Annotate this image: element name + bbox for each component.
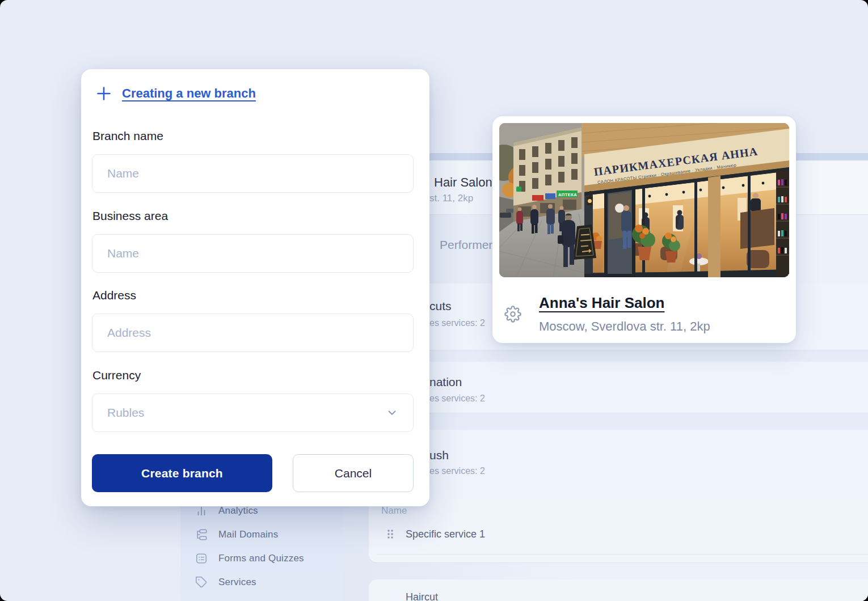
salon-address: Moscow, Sverdlova str. 11, 2kp [539, 319, 710, 334]
pharmacy-cross-sign [516, 187, 521, 192]
background-group-subtitle: es services: 2 [429, 393, 485, 404]
branch-name-input[interactable] [92, 154, 414, 193]
mail-domains-icon [195, 528, 208, 541]
salon-title-link[interactable]: Anna's Hair Salon [539, 294, 664, 312]
address-input[interactable] [92, 314, 414, 352]
table-row-service[interactable]: Specific service 1 [406, 528, 485, 540]
table-row-service: Haircut [406, 591, 438, 601]
sidebar-item-label: Forms and Quizzes [218, 553, 304, 564]
plus-icon [96, 86, 111, 101]
business-area-label: Business area [92, 209, 168, 223]
create-branch-button[interactable]: Create branch [92, 454, 272, 492]
salon-card: АПТЕКА [492, 116, 796, 343]
gear-icon[interactable] [504, 306, 521, 323]
background-group-title: ush [429, 448, 449, 462]
currency-select[interactable]: Rubles [92, 393, 414, 432]
background-performer-label: Performer [440, 238, 492, 252]
sidebar-item-label: Mail Domains [218, 529, 278, 540]
sidebar-item-mail-domains[interactable]: Mail Domains [180, 523, 343, 547]
business-area-input[interactable] [92, 234, 414, 273]
background-group-subtitle: es services: 2 [429, 466, 485, 476]
salon-product-shelf [776, 171, 789, 277]
create-branch-modal: Creating a new branch Branch name Busine… [81, 69, 429, 506]
background-services-table: Name Specific service 1 [369, 499, 868, 562]
background-branch-subtitle: st. 11, 2kp [429, 193, 473, 204]
bar-chart-icon [195, 505, 208, 517]
table-column-name: Name [381, 505, 407, 517]
drag-handle-icon[interactable] [386, 528, 394, 540]
app-screen: Hair Salon st. 11, 2kp Performer cuts es… [0, 0, 868, 601]
sidebar-item-forms-and-quizzes[interactable]: Forms and Quizzes [180, 547, 343, 570]
sidebar-item-services[interactable]: Services [180, 570, 343, 594]
background-group-subtitle: es services: 2 [429, 318, 485, 328]
currency-selected-value: Rubles [107, 406, 144, 420]
cancel-button[interactable]: Cancel [293, 454, 414, 492]
address-label: Address [92, 289, 136, 302]
currency-label: Currency [92, 369, 141, 382]
tag-icon [195, 576, 208, 589]
forms-icon [195, 552, 208, 565]
background-services-table-partial: Haircut [369, 579, 868, 601]
storefront-photo-illustration: АПТЕКА [499, 123, 789, 277]
table-row-separator [377, 554, 868, 555]
salon-storefront-photo: АПТЕКА [499, 123, 789, 277]
pharmacy-sign-text: АПТЕКА [558, 192, 577, 197]
photo-salon-building: ПАРИКМАХЕРСКАЯ АННА САЛОН КРАСОТЫ Стрижк… [582, 123, 789, 277]
salon-brick-pier [708, 176, 720, 277]
background-group-title: nation [429, 375, 462, 389]
sidebar-item-label: Analytics [218, 505, 258, 517]
background-group-title: cuts [429, 299, 452, 313]
modal-title: Creating a new branch [122, 86, 256, 101]
modal-title-link[interactable]: Creating a new branch [96, 86, 256, 101]
branch-name-label: Branch name [92, 129, 163, 143]
background-branch-title: Hair Salon [434, 175, 492, 190]
sidebar-item-label: Services [218, 577, 256, 588]
photo-left-building: АПТЕКА [513, 128, 582, 222]
chevron-down-icon [386, 407, 398, 419]
